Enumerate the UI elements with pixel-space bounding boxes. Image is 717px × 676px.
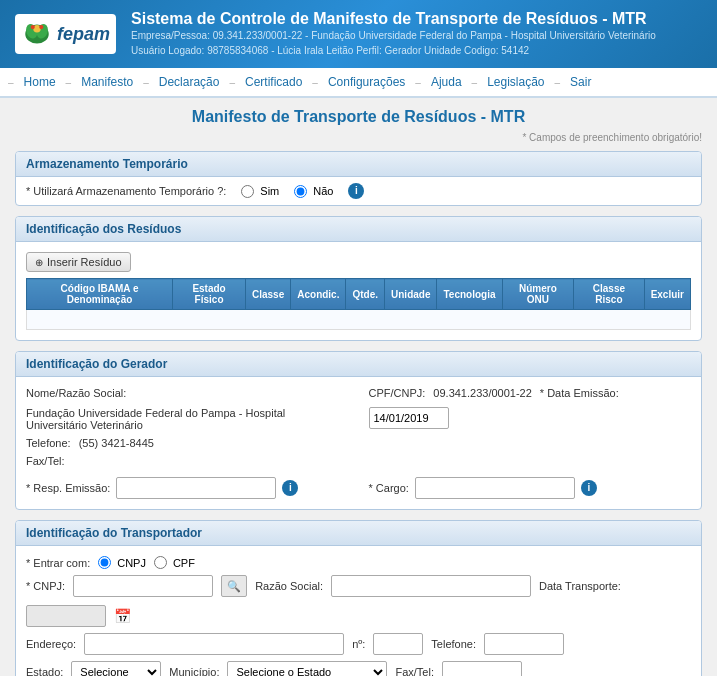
gerador-cpf-row: CPF/CNPJ: 09.341.233/0001-22 * Data Emis… (369, 387, 692, 429)
transp-razao-input[interactable] (331, 575, 531, 597)
btn-inserir-residuo[interactable]: ⊕ Inserir Resíduo (26, 252, 131, 272)
nav-ajuda[interactable]: Ajuda (423, 72, 470, 92)
nav-legislacao[interactable]: Legislação (479, 72, 552, 92)
section-gerador: Identificação do Gerador Nome/Razão Soci… (15, 351, 702, 510)
transp-cnpj-label: * CNPJ: (26, 580, 65, 592)
nav-home[interactable]: Home (16, 72, 64, 92)
transp-end-input[interactable] (84, 633, 344, 655)
gerador-data-input[interactable] (369, 407, 449, 429)
col-unidade: Unidade (385, 279, 437, 310)
gerador-cpf-value: 09.341.233/0001-22 (433, 387, 531, 399)
gerador-tel-label: Telefone: (26, 437, 71, 449)
transp-estado-select[interactable]: Selecione (71, 661, 161, 676)
col-acondic: Acondic. (291, 279, 346, 310)
fepam-logo-icon (21, 18, 53, 50)
section-armazenamento-title: Armazenamento Temporário (16, 152, 701, 177)
transp-cpf-radio-label: CPF (173, 557, 195, 569)
gerador-data-label: * Data Emissão: (540, 387, 619, 399)
btn-inserir-icon: ⊕ (35, 257, 43, 268)
gerador-fax-row: Fax/Tel: (26, 455, 349, 467)
utilizara-label: * Utilizará Armazenamento Temporário ?: (26, 185, 226, 197)
cargo-input[interactable] (415, 477, 575, 499)
gerador-body: Nome/Razão Social: Fundação Universidade… (16, 377, 701, 509)
resp-emissao-field: * Resp. Emissão: i (26, 477, 349, 499)
gerador-fax-label: Fax/Tel: (26, 455, 65, 467)
cargo-field: * Cargo: i (369, 477, 692, 499)
btn-inserir-label: Inserir Resíduo (47, 256, 122, 268)
col-num-onu: Número ONU (502, 279, 574, 310)
transp-cpf-radio-group: CPF (154, 556, 195, 569)
nav-certificado[interactable]: Certificado (237, 72, 310, 92)
page-title: Manifesto de Transporte de Resíduos - MT… (15, 108, 702, 126)
transp-cnpj-radio[interactable] (98, 556, 111, 569)
navbar: – Home – Manifesto – Declaração – Certif… (0, 68, 717, 98)
resp-emissao-info-icon[interactable]: i (282, 480, 298, 496)
radio-nao[interactable] (294, 185, 307, 198)
transp-num-input[interactable] (373, 633, 423, 655)
residuos-body: ⊕ Inserir Resíduo Código IBAMA e Denomin… (16, 242, 701, 340)
col-estado: Estado Físico (173, 279, 246, 310)
header-title: Sistema de Controle de Manifesto de Tran… (131, 10, 702, 28)
transp-estado-row: Estado: Selecione Município: Selecione o… (26, 661, 691, 676)
transp-data-input[interactable] (26, 605, 106, 627)
transp-cnpj-search-btn[interactable]: 🔍 (221, 575, 247, 597)
transp-end-label: Endereço: (26, 638, 76, 650)
transportador-body: * Entrar com: CNPJ CPF * CNPJ: 🔍 Razão S… (16, 546, 701, 676)
transp-tel-input[interactable] (484, 633, 564, 655)
transp-cnpj-input[interactable] (73, 575, 213, 597)
radio-nao-group: Não (294, 185, 333, 198)
transp-end-row: Endereço: nº: Telefone: (26, 633, 691, 655)
gerador-nome-value: Fundação Universidade Federal do Pampa -… (26, 407, 349, 431)
gerador-nome-label: Nome/Razão Social: (26, 387, 126, 399)
col-classe: Classe (245, 279, 290, 310)
nav-manifesto[interactable]: Manifesto (73, 72, 141, 92)
transp-entrar-row: * Entrar com: CNPJ CPF (26, 556, 691, 569)
transp-mun-label: Município: (169, 666, 219, 676)
cargo-label: * Cargo: (369, 482, 409, 494)
section-gerador-title: Identificação do Gerador (16, 352, 701, 377)
col-classe-risco: Classe Risco (574, 279, 644, 310)
gerador-tel-value: (55) 3421-8445 (79, 437, 154, 449)
armazenamento-row: * Utilizará Armazenamento Temporário ?: … (16, 177, 701, 205)
cargo-info-icon[interactable]: i (581, 480, 597, 496)
radio-sim-group: Sim (241, 185, 279, 198)
resp-emissao-input[interactable] (116, 477, 276, 499)
nav-declaracao[interactable]: Declaração (151, 72, 228, 92)
table-row-empty (27, 310, 691, 330)
transp-entrar-label: * Entrar com: (26, 557, 90, 569)
nav-configuracoes[interactable]: Configurações (320, 72, 413, 92)
nav-sair[interactable]: Sair (562, 72, 599, 92)
gerador-nome-row: Nome/Razão Social: Fundação Universidade… (26, 387, 349, 431)
transp-municipio-select[interactable]: Selecione o Estado (227, 661, 387, 676)
transp-razao-label: Razão Social: (255, 580, 323, 592)
transp-cpf-radio[interactable] (154, 556, 167, 569)
transp-fax-label: Fax/Tel: (395, 666, 434, 676)
transp-cnpj-radio-group: CNPJ (98, 556, 146, 569)
section-transportador-title: Identificação do Transportador (16, 521, 701, 546)
transp-cnpj-radio-label: CNPJ (117, 557, 146, 569)
arm-info-icon[interactable]: i (348, 183, 364, 199)
transp-estado-label: Estado: (26, 666, 63, 676)
transp-calendar-icon[interactable]: 📅 (114, 608, 131, 624)
transp-cnpj-row: * CNPJ: 🔍 Razão Social: Data Transporte:… (26, 575, 691, 627)
section-residuos-title: Identificação dos Resíduos (16, 217, 701, 242)
transp-tel-label: Telefone: (431, 638, 476, 650)
gerador-bottom-row: * Resp. Emissão: i * Cargo: i (26, 477, 691, 499)
radio-sim[interactable] (241, 185, 254, 198)
gerador-layout: Nome/Razão Social: Fundação Universidade… (26, 387, 691, 473)
required-note: * Campos de preenchimento obrigatório! (15, 132, 702, 143)
gerador-left: Nome/Razão Social: Fundação Universidade… (26, 387, 349, 473)
radio-nao-label: Não (313, 185, 333, 197)
logo-box: fepam (15, 14, 116, 54)
section-armazenamento: Armazenamento Temporário * Utilizará Arm… (15, 151, 702, 206)
col-tecnologia: Tecnologia (437, 279, 502, 310)
svg-point-4 (31, 25, 35, 29)
section-residuos: Identificação dos Resíduos ⊕ Inserir Res… (15, 216, 702, 341)
col-ibama: Código IBAMA e Denominação (27, 279, 173, 310)
gerador-right: CPF/CNPJ: 09.341.233/0001-22 * Data Emis… (369, 387, 692, 473)
transp-fax-input[interactable] (442, 661, 522, 676)
header-info: Empresa/Pessoa: 09.341.233/0001-22 - Fun… (131, 28, 702, 58)
gerador-tel-row: Telefone: (55) 3421-8445 (26, 437, 349, 449)
main-content: Manifesto de Transporte de Resíduos - MT… (0, 98, 717, 676)
radio-sim-label: Sim (260, 185, 279, 197)
